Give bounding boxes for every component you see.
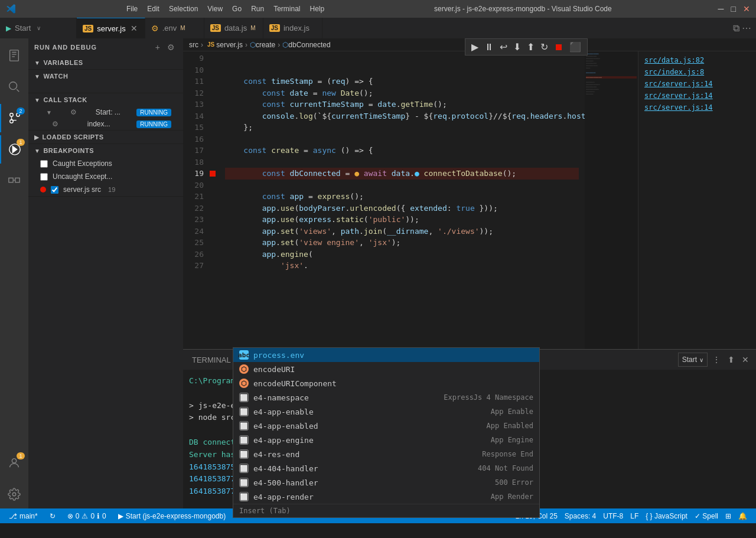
activity-explorer[interactable] — [0, 41, 28, 70]
activity-source-control[interactable]: 2 — [0, 104, 28, 132]
activity-bar: 2 1 1 — [0, 38, 28, 508]
tab-server-close[interactable]: ✕ — [129, 22, 139, 34]
ac-item-encodeuri[interactable]: ⬡ encodeURI — [233, 362, 539, 376]
line-num-9: 9 — [189, 53, 204, 64]
debug-settings-button[interactable]: ⚙ — [165, 41, 177, 53]
menu-go[interactable]: Go — [229, 5, 245, 13]
menu-view[interactable]: View — [204, 5, 226, 13]
breadcrumb-server[interactable]: server.js — [216, 41, 243, 49]
menu-terminal[interactable]: Terminal — [270, 5, 304, 13]
ref-link-1[interactable]: src/data.js:82 — [638, 54, 756, 66]
status-spell[interactable]: ✓ Spell — [692, 512, 721, 520]
tab-start[interactable]: ▶ Start ∨ — [0, 18, 77, 38]
activity-accounts[interactable]: 1 — [0, 449, 28, 477]
debug-step-into-button[interactable]: ⬇ — [511, 40, 523, 54]
uncaught-exceptions-item[interactable]: Uncaught Except... — [28, 170, 183, 183]
status-debug[interactable]: ▶ Start (js-e2e-express-mongodb) — [115, 512, 229, 520]
caught-exceptions-item[interactable]: Caught Exceptions — [28, 157, 183, 170]
variables-section: ▼ VARIABLES — [28, 56, 183, 70]
activity-run-debug[interactable]: 1 — [0, 135, 28, 164]
ac-item-process-env[interactable]: abc process.env — [233, 348, 539, 362]
tab-server-js[interactable]: JS server.js ✕ — [77, 18, 145, 38]
watch-header[interactable]: ▼ WATCH — [28, 70, 183, 83]
status-language[interactable]: { } JavaScript — [643, 512, 690, 520]
debug-disconnect-button[interactable]: ⬛ — [567, 40, 584, 54]
uncaught-exceptions-checkbox[interactable] — [40, 173, 48, 181]
breadcrumb-create[interactable]: create — [256, 41, 275, 49]
tab-index-js[interactable]: JS index.js — [263, 18, 322, 38]
warning-icon: ⚠ — [82, 512, 88, 520]
status-encoding[interactable]: UTF-8 — [600, 512, 626, 520]
ac-item-e4-500-handler[interactable]: ⬜ e4-500-handler 500 Error — [233, 475, 539, 490]
ac-item-e4-app-enable[interactable]: ⬜ e4-app-enable App Enable — [233, 405, 539, 419]
tab-terminal[interactable]: TERMINAL — [183, 350, 240, 370]
menu-run[interactable]: Run — [247, 5, 268, 13]
tab-env[interactable]: ⚙ .env M — [145, 18, 204, 38]
panel-maximize-button[interactable]: ⬆ — [725, 354, 737, 366]
line-num-24: 24 — [189, 226, 204, 237]
status-spaces[interactable]: Spaces: 4 — [562, 512, 599, 520]
activity-settings[interactable] — [0, 480, 28, 508]
menu-file[interactable]: File — [123, 5, 141, 13]
ac-item-e4-app-engine[interactable]: ⬜ e4-app-engine App Engine — [233, 433, 539, 447]
menu-edit[interactable]: Edit — [144, 5, 163, 13]
ac-item-e4-app-render[interactable]: ⬜ e4-app-render App Render — [233, 490, 539, 504]
new-debug-button[interactable]: + — [153, 41, 162, 53]
ac-item-e4-app-enabled[interactable]: ⬜ e4-app-enabled App Enabled — [233, 419, 539, 433]
ref-link-4[interactable]: src/server.js:14 — [638, 90, 756, 102]
debug-step-over-button[interactable]: ↩ — [497, 40, 510, 54]
ac-icon-square-2: ⬜ — [239, 407, 249, 416]
loaded-scripts-header[interactable]: ▶ LOADED SCRIPTS — [28, 131, 183, 144]
variables-header[interactable]: ▼ VARIABLES — [28, 56, 183, 69]
gutter-19 — [210, 168, 219, 180]
status-branch[interactable]: ⎇ main* — [6, 512, 41, 520]
callstack-index[interactable]: ⚙ index... RUNNING — [28, 118, 183, 130]
tab-data-js[interactable]: JS data.js M — [204, 18, 263, 38]
status-remote[interactable]: ⊞ — [722, 512, 734, 520]
ref-link-5[interactable]: src/server.js:14 — [638, 102, 756, 113]
sync-icon: ↻ — [50, 512, 56, 520]
warning-count: 0 — [90, 512, 94, 520]
tab-start-dropdown[interactable]: ∨ — [37, 25, 41, 31]
status-errors[interactable]: ⊗ 0 ⚠ 0 ℹ 0 — [64, 512, 109, 520]
ac-item-e4-res-end[interactable]: ⬜ e4-res-end Response End — [233, 447, 539, 461]
split-editor-button[interactable]: ⧉ — [733, 23, 739, 34]
breadcrumb-dbconnected[interactable]: dbConnected — [288, 41, 330, 49]
more-actions-button[interactable]: ⋯ — [742, 22, 751, 34]
launch-config-selector[interactable]: Start ∨ — [678, 353, 708, 367]
menu-help[interactable]: Help — [307, 5, 328, 13]
debug-pause-button[interactable]: ⏸ — [482, 41, 496, 54]
server-breakpoint-checkbox[interactable] — [51, 186, 58, 194]
ac-item-e4-404-handler[interactable]: ⬜ e4-404-handler 404 Not Found — [233, 461, 539, 475]
line-num-14: 14 — [189, 110, 204, 122]
menu-selection[interactable]: Selection — [165, 5, 201, 13]
breadcrumb-src[interactable]: src — [189, 41, 198, 49]
ref-link-3[interactable]: src/server.js:14 — [638, 78, 756, 90]
line-num-15: 15 — [189, 122, 204, 133]
breakpoints-header[interactable]: ▼ BREAKPOINTS — [28, 144, 183, 157]
activity-search[interactable] — [0, 73, 28, 101]
panel-layout-button[interactable]: ⋮ — [710, 354, 723, 366]
caught-exceptions-checkbox[interactable] — [40, 160, 48, 168]
ac-type-e4-namespace: ExpressJs 4 Namespace — [444, 393, 533, 402]
panel-close-button[interactable]: ✕ — [739, 354, 751, 366]
language-label: { } JavaScript — [646, 512, 687, 520]
debug-step-out-button[interactable]: ⬆ — [524, 40, 537, 54]
callstack-start[interactable]: ▼ ⚙ Start: ... RUNNING — [28, 106, 183, 118]
ac-item-encodeuricomp[interactable]: ⬡ encodeURIComponent — [233, 376, 539, 390]
debug-restart-button[interactable]: ↻ — [538, 40, 550, 54]
close-button[interactable]: ✕ — [743, 4, 750, 14]
ref-link-2[interactable]: src/index.js:8 — [638, 66, 756, 78]
callstack-header[interactable]: ▼ CALL STACK — [28, 93, 183, 106]
maximize-button[interactable]: □ — [731, 4, 736, 14]
ac-item-e4-namespace[interactable]: ⬜ e4-namespace ExpressJs 4 Namespace — [233, 390, 539, 405]
status-sync[interactable]: ↻ — [47, 512, 58, 520]
activity-extensions[interactable] — [0, 167, 28, 195]
minimize-button[interactable]: ─ — [718, 4, 724, 14]
server-breakpoint-item[interactable]: server.js src 19 — [28, 183, 183, 196]
debug-continue-button[interactable]: ▶ — [469, 40, 481, 54]
breadcrumb-create-icon: ⬡ — [250, 41, 256, 49]
status-line-ending[interactable]: LF — [627, 512, 641, 520]
status-notifications[interactable]: 🔔 — [735, 512, 750, 520]
debug-stop-button[interactable]: ⏹ — [552, 41, 566, 54]
